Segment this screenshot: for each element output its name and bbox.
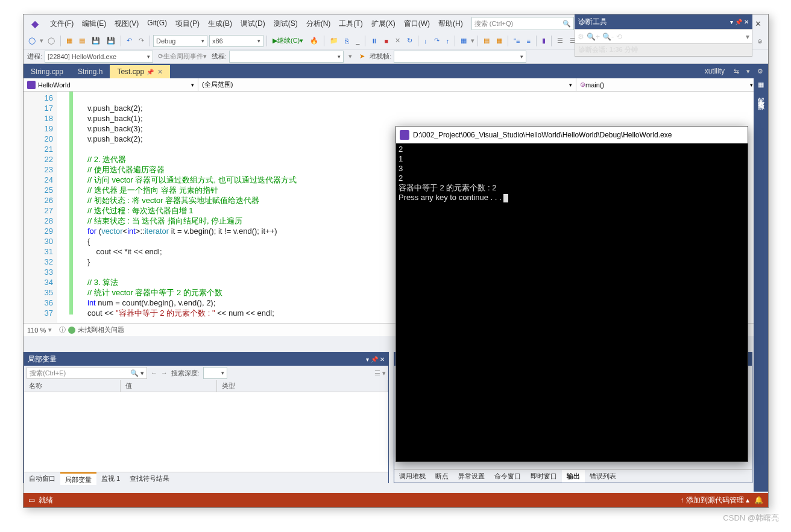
nav-filter[interactable]: (全局范围)▾ [198,78,576,91]
step-out-icon[interactable]: ↑ [444,36,452,46]
nav-prev-icon[interactable]: ← [151,369,157,377]
cfg1-icon[interactable]: ☰ [555,36,566,46]
list-icon[interactable]: ▤ [481,36,492,46]
tab-scroll-icon[interactable]: ⇆ [731,67,742,75]
tab-gear-icon[interactable]: ⚙ [755,67,766,75]
menu-view[interactable]: 视图(V) [111,16,142,31]
book-icon[interactable]: ▮ [540,36,548,46]
nav-scope[interactable]: HelloWorld▾ [24,78,198,91]
outdent-icon[interactable]: ≡ [524,36,532,46]
tab-callstack[interactable]: 调用堆栈 [394,470,430,483]
editor-tabs: String.cpp String.h Test.cpp📌✕ xutility … [24,64,768,78]
pin-icon[interactable]: ▾ 📌 ✕ [366,356,385,363]
step-into-icon[interactable]: ↓ [421,36,430,46]
layout-icon[interactable]: ▦ [458,36,469,46]
menu-test[interactable]: 测试(S) [270,16,301,31]
menu-analyze[interactable]: 分析(N) [303,16,335,31]
open-file-icon[interactable]: ▤ [77,36,87,46]
process-label: 进程: [27,52,42,61]
folder-icon[interactable]: 📁 [327,36,341,46]
notifications-icon[interactable]: 🔔 [754,496,763,504]
menu-debug[interactable]: 调试(D) [237,16,269,31]
diagnostics-panel: 诊断工具 ▾ 📌 ✕ ⚙ 🔍+ 🔍- ⟲ ▾ 诊断会话: 1:36 分钟 [575,14,752,57]
diag-gear-icon[interactable]: ⚙ [578,33,584,41]
attach-icon[interactable]: ⎘ [342,36,351,46]
tab-breakpoints[interactable]: 断点 [430,470,453,483]
close-tab-icon[interactable]: ✕ [157,68,163,76]
feedback-icon[interactable]: ☺ [754,36,766,46]
pause-icon[interactable]: ⏸ [368,36,380,46]
menu-project[interactable]: 项目(P) [172,16,203,31]
depth-combo[interactable]: ▾ [203,367,227,379]
stop-icon[interactable]: ■ [382,36,391,46]
restart-icon[interactable]: ↻ [405,36,415,46]
scm-button[interactable]: ↑ 添加到源代码管理 ▴ [680,495,749,505]
save-all-icon[interactable]: 💾 [104,36,118,46]
diag-zoomout-icon[interactable]: 🔍- [602,33,614,41]
zoom-combo[interactable]: 110 % [27,327,46,334]
panel-dropdown-icon[interactable]: ▾ 📌 ✕ [730,19,749,25]
new-file-icon[interactable]: ▦ [64,36,75,46]
diag-zoomin-icon[interactable]: 🔍+ [587,33,600,41]
editor-nav-bar: HelloWorld▾ (全局范围)▾ ⊚ main()▾ ‡ [24,78,768,92]
tab-errorlist[interactable]: 错误列表 [585,470,621,483]
platform-combo[interactable]: x86▾ [209,35,263,47]
tab-string-h[interactable]: String.h [71,65,110,78]
nav-fwd-icon[interactable]: ◯ [45,36,57,46]
tab-watch1[interactable]: 监视 1 [96,472,125,485]
grid-icon[interactable]: ▦ [494,36,505,46]
nav-function[interactable]: ⊚ main()▾ [576,78,757,91]
step-over-icon[interactable]: ↷ [432,36,442,46]
menu-file[interactable]: 文件(F) [46,16,77,31]
stackframe-combo[interactable]: ▾ [394,51,526,63]
tab-autos[interactable]: 自动窗口 [24,472,60,485]
tab-dropdown-icon[interactable]: ▾ [743,67,754,75]
indent-icon[interactable]: "≡ [511,36,522,46]
tab-xutility[interactable]: xutility [700,65,730,77]
tab-findsym[interactable]: 查找符号结果 [125,472,174,485]
menu-edit[interactable]: 编辑(E) [78,16,110,31]
tab-output[interactable]: 输出 [562,470,585,483]
cross-icon[interactable]: ✕ [392,36,403,46]
dash-icon[interactable]: _ [353,36,362,46]
save-icon[interactable]: 💾 [89,36,102,46]
depth-label: 搜索深度: [171,369,200,378]
solution-explorer-tab[interactable]: ▦ 解决方案资源 [754,78,768,492]
status-bar: ▭ 就绪 ↑ 添加到源代码管理 ▴ 🔔 [24,493,768,507]
locals-search[interactable]: 搜索(Ctrl+E)🔍 ▾ [27,367,147,379]
menu-git[interactable]: Git(G) [143,16,171,31]
diagnostics-header: 诊断工具 ▾ 📌 ✕ [575,14,752,29]
console-title-bar[interactable]: D:\002_Project\006_Visual_Studio\HelloWo… [396,127,748,143]
redo-icon[interactable]: ↷ [136,36,147,46]
nav-next-icon[interactable]: → [161,369,168,377]
menu-tools[interactable]: 工具(T) [335,16,366,31]
tab-string-cpp[interactable]: String.cpp [24,65,71,78]
quick-search[interactable]: 搜索 (Ctrl+Q) 🔍 [471,17,574,30]
tab-test-cpp[interactable]: Test.cpp📌✕ [110,65,170,78]
config-combo[interactable]: Debug▾ [153,35,207,47]
hot-reload-icon[interactable]: 🔥 [307,36,321,46]
thread-combo[interactable]: ▾ [229,51,344,63]
undo-icon[interactable]: ↶ [124,36,134,46]
pin-icon[interactable]: 📌 [147,69,154,75]
process-combo[interactable]: [22840] HelloWorld.exe▾ [45,51,153,63]
menu-window[interactable]: 窗口(W) [400,16,433,31]
continue-button[interactable]: ▶ 继续(C) ▾ [270,35,306,46]
nav-back-icon[interactable]: ◯ [26,36,38,46]
menu-help[interactable]: 帮助(H) [435,16,467,31]
menu-build[interactable]: 生成(B) [204,16,236,31]
thread-filter-icon[interactable]: ▾ [346,51,355,61]
diag-reset-icon[interactable]: ⟲ [616,33,622,41]
locals-opts-icon[interactable]: ☰ ▾ [374,369,386,377]
tab-exceptions[interactable]: 异常设置 [453,470,490,483]
tab-immediate[interactable]: 即时窗口 [526,470,562,483]
diag-more-icon[interactable]: ▾ [746,33,749,41]
console-window[interactable]: D:\002_Project\006_Visual_Studio\HelloWo… [396,126,748,462]
menu-ext[interactable]: 扩展(X) [368,16,399,31]
locals-body[interactable] [24,392,388,472]
lifecycle-icon[interactable]: ⟳ 生命周期事件 ▾ [156,51,209,62]
tab-locals[interactable]: 局部变量 [60,472,96,485]
thread-mark-icon[interactable]: ➤ [357,51,367,61]
locals-toolbar: 搜索(Ctrl+E)🔍 ▾ ← → 搜索深度: ▾ ☰ ▾ [24,366,388,380]
tab-command[interactable]: 命令窗口 [490,470,526,483]
